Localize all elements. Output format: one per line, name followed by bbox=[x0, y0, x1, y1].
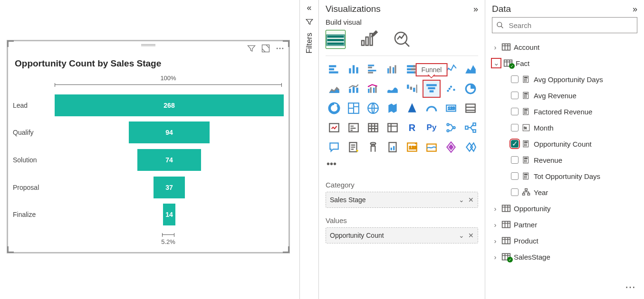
collapse-data-icon[interactable]: » bbox=[633, 4, 637, 14]
table-node[interactable]: ›✓SalesStage bbox=[492, 249, 637, 265]
format-visual-tab[interactable] bbox=[359, 30, 379, 49]
stacked-area-chart-icon[interactable] bbox=[326, 80, 343, 97]
funnel-chart-icon[interactable]: Funnel bbox=[423, 80, 440, 97]
field-node[interactable]: Factored Revenue bbox=[492, 103, 637, 120]
filter-icon[interactable] bbox=[247, 44, 256, 53]
area-chart-icon[interactable] bbox=[462, 61, 479, 78]
funnel-bar[interactable]: 74 bbox=[137, 149, 201, 171]
category-field-well[interactable]: Sales Stage ⌄ ✕ bbox=[326, 192, 478, 208]
field-checkbox[interactable] bbox=[511, 124, 519, 131]
table-node[interactable]: ›Product bbox=[492, 233, 637, 249]
report-canvas[interactable]: Opportunity Count by Sales Stage 100% Le… bbox=[0, 0, 299, 299]
table-node[interactable]: ⌄✓Fact bbox=[492, 55, 637, 71]
search-input[interactable] bbox=[508, 21, 633, 30]
more-options-icon[interactable] bbox=[275, 44, 285, 53]
funnel-bar-row[interactable]: Qualify94 bbox=[13, 121, 284, 143]
goals-icon[interactable] bbox=[365, 139, 382, 156]
gauge-icon[interactable] bbox=[423, 100, 440, 117]
focus-mode-icon[interactable] bbox=[261, 44, 270, 53]
paginated-report-icon[interactable] bbox=[384, 139, 401, 156]
remove-field-icon[interactable]: ✕ bbox=[468, 196, 474, 204]
chevron-right-icon[interactable]: › bbox=[492, 221, 499, 229]
line-clustered-column-icon[interactable] bbox=[365, 80, 382, 97]
table-icon[interactable] bbox=[365, 119, 382, 136]
table-node[interactable]: ›Account bbox=[492, 39, 637, 55]
funnel-bar[interactable]: 268 bbox=[55, 94, 284, 116]
field-checkbox[interactable] bbox=[511, 188, 519, 196]
treemap-icon[interactable] bbox=[345, 100, 362, 117]
collapse-viz-icon[interactable]: » bbox=[473, 4, 478, 14]
drag-handle-icon[interactable] bbox=[141, 44, 155, 47]
matrix-icon[interactable] bbox=[384, 119, 401, 136]
azure-map-icon[interactable] bbox=[404, 100, 421, 117]
stacked-bar-chart-icon[interactable] bbox=[326, 61, 343, 78]
field-checkbox[interactable] bbox=[511, 75, 519, 83]
qna-icon[interactable] bbox=[326, 139, 343, 156]
ribbon-chart-icon[interactable] bbox=[384, 80, 401, 97]
slicer-icon[interactable] bbox=[345, 119, 362, 136]
svg-rect-106 bbox=[524, 142, 527, 143]
decomposition-tree-icon[interactable] bbox=[462, 119, 479, 136]
remove-field-icon[interactable]: ✕ bbox=[468, 232, 474, 239]
chevron-down-icon[interactable]: ⌄ bbox=[492, 59, 500, 67]
field-node[interactable]: Year bbox=[492, 184, 637, 200]
field-checkbox[interactable] bbox=[511, 108, 519, 115]
field-checkbox[interactable]: ✓ bbox=[511, 140, 519, 148]
funnel-bar-row[interactable]: Proposal37 bbox=[13, 177, 284, 198]
funnel-bar[interactable]: 37 bbox=[154, 177, 185, 198]
waterfall-chart-icon[interactable] bbox=[404, 80, 421, 97]
donut-chart-icon[interactable] bbox=[326, 100, 343, 117]
more-visuals-icon[interactable]: ••• bbox=[326, 156, 478, 172]
funnel-bar[interactable]: 14 bbox=[163, 204, 175, 225]
svg-rect-0 bbox=[262, 45, 269, 52]
analytics-tab[interactable] bbox=[392, 30, 412, 49]
table-node[interactable]: ›Opportunity bbox=[492, 200, 637, 216]
clustered-bar-chart-icon[interactable] bbox=[365, 61, 382, 78]
smart-narrative-icon[interactable] bbox=[345, 139, 362, 156]
line-stacked-column-icon[interactable] bbox=[345, 80, 362, 97]
data-search[interactable] bbox=[492, 17, 637, 33]
python-visual-icon[interactable]: Py bbox=[423, 119, 440, 136]
funnel-bar-row[interactable]: Solution74 bbox=[13, 149, 284, 171]
chevron-right-icon[interactable]: › bbox=[492, 205, 499, 213]
pie-chart-icon[interactable] bbox=[462, 80, 479, 97]
power-apps-icon[interactable] bbox=[442, 139, 460, 156]
field-checkbox[interactable] bbox=[511, 172, 519, 180]
clustered-column-chart-icon[interactable] bbox=[384, 61, 401, 78]
funnel-bar[interactable]: 94 bbox=[129, 121, 209, 143]
get-more-visuals-icon[interactable] bbox=[462, 139, 479, 156]
field-node[interactable]: Tot Opportunity Days bbox=[492, 168, 637, 184]
more-options-icon[interactable]: ⋯ bbox=[625, 281, 635, 293]
values-field-well[interactable]: Opportunity Count ⌄ ✕ bbox=[326, 227, 478, 243]
field-node[interactable]: Avg Opportunity Days bbox=[492, 71, 637, 87]
filters-collapsed-pane[interactable]: « Filters bbox=[299, 0, 318, 299]
scatter-chart-icon[interactable] bbox=[442, 80, 460, 97]
expand-filters-icon[interactable]: « bbox=[307, 3, 311, 13]
field-node[interactable]: ✓Opportunity Count bbox=[492, 136, 637, 152]
chevron-right-icon[interactable]: › bbox=[492, 237, 499, 245]
kpi-icon[interactable] bbox=[326, 119, 343, 136]
field-node[interactable]: Avg Revenue bbox=[492, 87, 637, 103]
stacked-column-chart-icon[interactable] bbox=[345, 61, 362, 78]
map-icon[interactable] bbox=[365, 100, 382, 117]
multi-row-card-icon[interactable] bbox=[462, 100, 479, 117]
filled-map-icon[interactable] bbox=[384, 100, 401, 117]
build-visual-tab[interactable] bbox=[326, 30, 346, 49]
chevron-right-icon[interactable]: › bbox=[492, 253, 499, 261]
chevron-right-icon[interactable]: › bbox=[492, 43, 499, 51]
chevron-down-icon[interactable]: ⌄ bbox=[459, 196, 464, 204]
field-checkbox[interactable] bbox=[511, 156, 519, 164]
field-node[interactable]: Revenue bbox=[492, 152, 637, 168]
funnel-bar-row[interactable]: Lead268 bbox=[13, 94, 284, 116]
key-influencers-icon[interactable] bbox=[442, 119, 460, 136]
r-visual-icon[interactable]: R bbox=[404, 119, 421, 136]
power-automate-icon[interactable]: 123 bbox=[404, 139, 421, 156]
chevron-down-icon[interactable]: ⌄ bbox=[459, 232, 464, 239]
table-node[interactable]: ›Partner bbox=[492, 216, 637, 233]
card-icon[interactable]: 123 bbox=[442, 100, 460, 117]
field-checkbox[interactable] bbox=[511, 92, 519, 99]
field-node[interactable]: fxMonth bbox=[492, 120, 637, 136]
funnel-bar-row[interactable]: Finalize14 bbox=[13, 204, 284, 225]
funnel-visual[interactable]: Opportunity Count by Sales Stage 100% Le… bbox=[7, 40, 290, 253]
arcgis-maps-icon[interactable] bbox=[423, 139, 440, 156]
